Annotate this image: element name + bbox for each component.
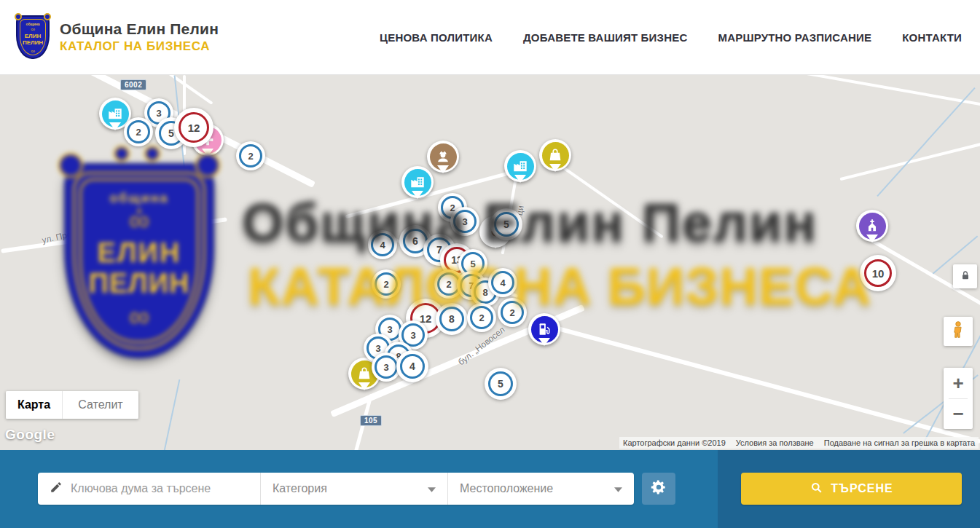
road-number-shield: 105	[360, 415, 382, 426]
cluster-count: 4	[491, 271, 514, 294]
factory-icon	[404, 169, 431, 196]
search-keyword-input[interactable]	[71, 482, 246, 495]
cluster-count: 2	[239, 144, 262, 168]
chevron-down-icon	[614, 482, 622, 495]
crest-curl	[15, 13, 22, 20]
map-stream	[164, 379, 181, 450]
logo-ornament: ∞	[17, 27, 48, 33]
site-title: Община Елин Пелин	[60, 20, 219, 38]
crest-ornament: ♦	[66, 205, 213, 216]
street-view-pegman-button[interactable]	[944, 317, 973, 346]
cluster-count: 5	[488, 371, 513, 396]
cluster-marker[interactable]: 2	[498, 298, 527, 327]
cluster-count: 12	[179, 112, 209, 143]
crest-curl	[144, 146, 160, 162]
watermark-title: Община Елин Пелин	[242, 192, 818, 253]
cluster-marker[interactable]: 4	[488, 268, 517, 297]
nav-item-4[interactable]: КОНТАКТИ	[902, 31, 962, 44]
zoom-in-button[interactable]: +	[944, 369, 973, 398]
map-type-control: Карта Сателит	[6, 391, 138, 419]
cluster-marker[interactable]: 12	[174, 108, 213, 147]
category-select[interactable]: Категория	[260, 473, 447, 505]
nav-item-2[interactable]: ДОБАВЕТЕ ВАШИЯТ БИЗНЕС	[523, 31, 687, 44]
attribution-link-2[interactable]: Подаване на сигнал за грешка в картата	[824, 438, 975, 447]
cluster-marker[interactable]: 2	[236, 141, 265, 170]
map-road	[345, 168, 522, 219]
cluster-marker[interactable]: 2	[124, 117, 153, 146]
crest-ornament: ∞	[66, 302, 213, 331]
map-view-button[interactable]: Карта	[6, 391, 62, 419]
advanced-settings-button[interactable]	[642, 473, 675, 505]
logo-ornament: ∞	[17, 49, 48, 55]
cluster-count: 5	[494, 212, 519, 237]
search-bar: Категория Местоположение ТЪРСЕНЕ	[0, 450, 980, 528]
brand[interactable]: община ∞ ЕЛИНПЕЛИН ∞ Община Елин Пелин К…	[16, 15, 219, 59]
map-stream	[877, 87, 975, 197]
worker-pin-marker[interactable]	[427, 141, 459, 173]
category-select-label: Категория	[273, 482, 327, 495]
factory-pin-marker[interactable]	[504, 150, 536, 182]
gear-icon	[651, 479, 667, 498]
pegman-icon	[949, 320, 968, 342]
map-road	[1, 217, 227, 253]
watermark-subtitle: КАТАЛОГ НА БИЗНЕСА	[248, 256, 871, 316]
crest-text-top: община	[66, 191, 213, 206]
satellite-view-button[interactable]: Сателит	[62, 391, 138, 419]
factory-pin-marker[interactable]	[401, 166, 434, 198]
crest-border	[79, 178, 199, 343]
cluster-marker[interactable]: 4	[368, 230, 397, 259]
map-road	[788, 75, 980, 106]
zoom-control: + −	[944, 368, 973, 429]
google-logo[interactable]: Google	[5, 427, 55, 443]
municipality-logo: община ∞ ЕЛИНПЕЛИН ∞	[16, 15, 50, 59]
brand-text: Община Елин Пелин КАТАЛОГ НА БИЗНЕСА	[60, 20, 219, 54]
cluster-marker[interactable]: 3	[450, 207, 479, 236]
site-subtitle: КАТАЛОГ НА БИЗНЕСА	[60, 39, 219, 54]
crest-text-name2: ПЕЛИН	[66, 268, 213, 299]
crest-border	[73, 172, 205, 350]
cluster-marker[interactable]: 10	[860, 255, 896, 291]
magnifier-icon	[810, 481, 823, 497]
cluster-count: 4	[400, 354, 425, 379]
cluster-count: 3	[453, 210, 477, 233]
search-fields-group: Категория Местоположение	[38, 473, 634, 505]
church-icon	[859, 213, 886, 240]
bag-pin-marker[interactable]	[539, 139, 571, 171]
cluster-count: 4	[371, 233, 394, 256]
cluster-count: 2	[127, 120, 150, 143]
zoom-out-button[interactable]: −	[944, 399, 973, 429]
chevron-down-icon	[428, 482, 436, 495]
lock-icon	[960, 269, 971, 284]
crest-curl	[114, 146, 130, 162]
search-button[interactable]: ТЪРСЕНЕ	[741, 473, 962, 505]
cluster-marker[interactable]: 2	[372, 269, 401, 299]
cluster-marker[interactable]: 8	[436, 303, 468, 335]
factory-icon	[507, 153, 534, 180]
cluster-count: 2	[375, 272, 398, 296]
church-pin-marker[interactable]	[856, 210, 888, 242]
attribution-link-1[interactable]: Условия за ползване	[736, 438, 814, 447]
cluster-marker[interactable]: 4	[396, 350, 428, 382]
crest-curl	[44, 13, 51, 20]
map-attribution: Картографски данни ©2019Условия за ползв…	[619, 437, 979, 449]
map-canvas[interactable]: 6002105ул. Преславбул. „Новоселци 325122…	[0, 75, 980, 450]
nav-item-1[interactable]: ЦЕНОВА ПОЛИТИКА	[380, 31, 493, 44]
keyword-field	[38, 473, 260, 505]
cluster-count: 8	[439, 307, 464, 331]
cluster-count: 2	[501, 301, 524, 324]
fullscreen-lock-button[interactable]	[953, 264, 977, 288]
nav-item-3[interactable]: МАРШРУТНО РАЗПИСАНИЕ	[718, 31, 871, 44]
map-road	[839, 143, 980, 181]
logo-text-name: ЕЛИНПЕЛИН	[17, 33, 48, 46]
bag-icon	[542, 142, 569, 169]
location-select[interactable]: Местоположение	[447, 473, 634, 505]
road-number-shield: 6002	[120, 79, 146, 90]
attribution-copyright: Картографски данни ©2019	[623, 438, 726, 447]
cluster-marker[interactable]: 5	[490, 208, 522, 240]
cluster-marker[interactable]: 2	[467, 303, 496, 332]
fuel-icon	[531, 316, 558, 343]
crest-curl	[58, 153, 83, 178]
crest-text-name1: ЕЛИН	[66, 237, 213, 269]
fuel-pin-marker[interactable]	[528, 313, 560, 345]
cluster-marker[interactable]: 5	[485, 368, 517, 400]
